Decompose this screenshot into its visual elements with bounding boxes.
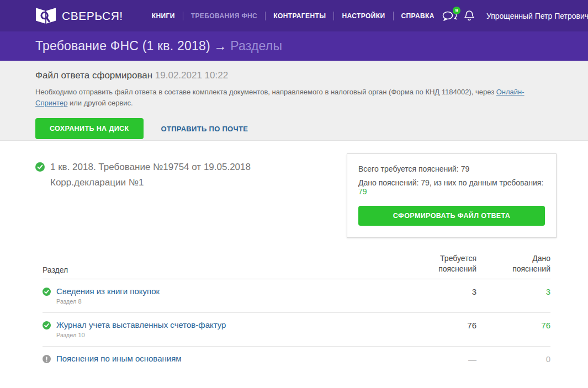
response-file-heading-text: Файл ответа сформирован [35,70,152,81]
logo-text: СВЕРЬСЯ! [62,9,123,23]
header-given: Дано пояснений [476,253,550,274]
given-value: 76 [476,320,550,330]
total-required-line: Всего требуется пояснений: 79 [358,164,545,173]
main-content: 1 кв. 2018. Требование №19754 от 19.05.2… [0,141,588,371]
section-subtitle: Раздел 8 [56,298,160,305]
sections-table: Раздел Требуется пояснений Дано пояснени… [43,253,550,371]
nav-item-help[interactable]: СПРАВКА [394,9,442,23]
section-link[interactable]: Сведения из книги покупок [56,286,160,296]
row-main: Пояснения по иным основаниям [43,354,411,363]
chat-button[interactable]: 9 [442,10,457,22]
row-main: Сведения из книги покупок Раздел 8 [43,286,411,305]
description-before: Необходимо отправить файл ответа в соста… [35,88,496,96]
header-required: Требуется пояснений [411,253,476,274]
user-menu[interactable]: Упрощенный Петр Петрович [486,12,588,20]
page-title-main: Требование ФНС (1 кв. 2018) [35,39,210,53]
response-file-timestamp: 19.02.2021 10:22 [155,70,228,81]
nav-item-settings[interactable]: НАСТРОЙКИ [334,9,393,23]
exclamation-circle-icon [43,355,51,363]
send-by-mail-link[interactable]: ОТПРАВИТЬ ПО ПОЧТЕ [161,125,248,133]
response-file-panel: Файл ответа сформирован 19.02.2021 10:22… [0,61,588,141]
section-link[interactable]: Журнал учета выставленных счетов-фактур [56,320,226,329]
top-row: 1 кв. 2018. Требование №19754 от 19.05.2… [35,153,557,238]
table-row: Журнал учета выставленных счетов-фактур … [43,313,550,347]
section-subtitle: Раздел 10 [56,332,226,338]
save-to-disk-button[interactable]: СОХРАНИТЬ НА ДИСК [35,118,144,139]
check-circle-icon [43,321,51,329]
requirement-line2: Корр.декларации №1 [50,175,251,190]
given-value: 0 [476,354,550,364]
section-link[interactable]: Пояснения по иным основаниям [56,354,182,363]
header-section: Раздел [43,265,411,274]
row-text: Сведения из книги покупок Раздел 8 [56,286,160,305]
nav-item-fns-requirements[interactable]: ТРЕБОВАНИЯ ФНС [183,9,265,23]
required-value: 76 [411,320,476,330]
required-value: — [411,354,476,364]
header-given-text: Дано пояснений [502,253,550,274]
row-text: Пояснения по иным основаниям [56,354,182,363]
given-value: 3 [476,286,550,296]
bell-icon [464,10,474,22]
breadcrumb-arrow: → [214,39,226,53]
nav-item-counterparties[interactable]: КОНТРАГЕНТЫ [266,9,333,23]
page-title: Требование ФНС (1 кв. 2018) → Разделы [35,39,282,54]
user-name: Упрощенный Петр Петрович [486,12,588,20]
given-line: Дано пояснений: 79, из них по данным тре… [358,178,545,196]
explanations-summary-box: Всего требуется пояснений: 79 Дано поясн… [347,153,557,238]
requirement-text: 1 кв. 2018. Требование №19754 от 19.05.2… [50,160,251,190]
app-logo[interactable]: СВЕРЬСЯ! [35,7,123,25]
requirement-line1: 1 кв. 2018. Требование №19754 от 19.05.2… [50,160,251,175]
page-title-section: Разделы [230,39,282,53]
response-file-heading: Файл ответа сформирован 19.02.2021 10:22 [35,70,553,81]
topbar-right: 9 Упрощенный Петр Петрович Выйти [442,10,588,22]
nav-item-books[interactable]: КНИГИ [144,9,183,23]
table-row: Пояснения по иным основаниям — 0 [43,347,550,371]
row-main: Журнал учета выставленных счетов-фактур … [43,320,411,338]
description-after: или другой сервис. [67,99,133,107]
status-actions: СОХРАНИТЬ НА ДИСК ОТПРАВИТЬ ПО ПОЧТЕ [35,118,553,139]
response-file-description: Необходимо отправить файл ответа в соста… [35,87,553,109]
table-header: Раздел Требуется пояснений Дано пояснени… [43,253,550,279]
row-text: Журнал учета выставленных счетов-фактур … [56,320,226,338]
given-line-prefix: Дано пояснений: 79, из них по данным тре… [358,178,543,187]
main-nav: КНИГИ ТРЕБОВАНИЯ ФНС КОНТРАГЕНТЫ НАСТРОЙ… [144,9,442,23]
requirement-info: 1 кв. 2018. Требование №19754 от 19.05.2… [35,153,251,190]
required-value: 3 [411,286,476,296]
notifications-button[interactable] [464,10,474,22]
check-circle-icon [35,162,45,172]
topbar: СВЕРЬСЯ! КНИГИ ТРЕБОВАНИЯ ФНС КОНТРАГЕНТ… [0,0,588,31]
form-response-file-button[interactable]: СФОРМИРОВАТЬ ФАЙЛ ОТВЕТА [358,206,545,226]
table-row: Сведения из книги покупок Раздел 8 3 3 [43,279,550,313]
book-magnifier-logo-icon [35,7,56,25]
chat-badge: 9 [453,7,460,14]
titlebar: Требование ФНС (1 кв. 2018) → Разделы [0,31,588,61]
given-line-value: 79 [358,187,367,196]
check-circle-icon [43,288,51,296]
header-required-text: Требуется пояснений [428,253,476,274]
